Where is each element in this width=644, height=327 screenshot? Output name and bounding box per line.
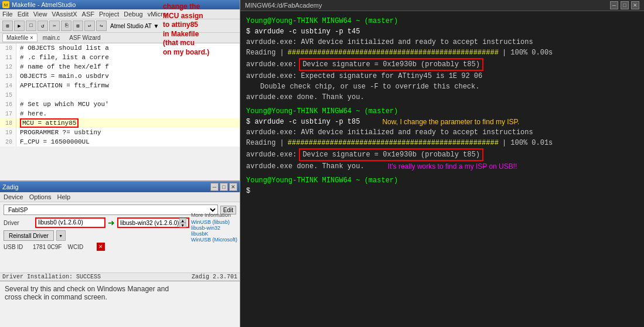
libusbk-link[interactable]: libusbK [191, 231, 237, 237]
zadig-menubar[interactable]: Device Options Help [0, 192, 240, 202]
atmel-menubar[interactable]: File Edit View VAssistX ASF Project Debu… [0, 9, 240, 19]
toolbar-btn-1[interactable]: ⊞ [2, 21, 13, 31]
toolbar-btn-4[interactable]: ↺ [38, 21, 48, 31]
usb-id-value: 1781 0C9F [33, 244, 62, 250]
code-line-16: 16 # Set up which MCU you' [0, 100, 240, 109]
toolbar-btn-5[interactable]: ✂ [49, 21, 60, 31]
menu-vassistx[interactable]: VAssistX [52, 11, 77, 18]
arrow-icon: ➜ [108, 218, 115, 227]
left-panel: M Makefile - AtmelStudio File Edit View … [0, 0, 240, 327]
spin-up[interactable]: ▲ [179, 218, 186, 223]
output-line-4: avrdude.exe: Expected signature for ATti… [246, 71, 638, 81]
driver-to-value: libusb-win32 (v1.2.6.0) [120, 220, 179, 226]
toolbar-btn-6[interactable]: ⎘ [61, 21, 71, 31]
cmd-1: $ avrdude -c usbtiny -p t45 [246, 28, 360, 36]
menu-file[interactable]: File [2, 11, 13, 18]
toolbar-btn-3[interactable]: □ [26, 21, 36, 31]
reinstall-driver-button[interactable]: Reinstall Driver [4, 230, 54, 241]
subtab-mainc[interactable]: main.c [39, 33, 64, 42]
code-line-12: 12 # name of the hex/elf f [0, 62, 240, 71]
prompt-1: Young@Young-THINK MINGW64 ~ (master) [246, 17, 398, 25]
zadig-close-btn[interactable]: ✕ [229, 183, 237, 191]
menu-device[interactable]: Device [4, 193, 23, 200]
terminal-controls: ─ □ ✕ [610, 1, 639, 9]
output-line-1: avrdude.exe: AVR device initialized and … [246, 37, 638, 47]
driver-label: Driver [4, 220, 33, 226]
prompt-2: Young@Young-THINK MINGW64 ~ (master) [246, 107, 398, 115]
wcid-x-icon[interactable]: ✕ [97, 243, 105, 251]
winusb-microsoft-link[interactable]: WinUSB (Microsoft) [191, 237, 237, 243]
code-line-10: 10 # OBJECTS should list a [0, 43, 240, 53]
driver-to-select[interactable]: libusb-win32 (v1.2.6.0) ▲ ▼ [117, 217, 189, 228]
terminal-panel: MINGW64:/d/FabAcademy ─ □ ✕ Young@Young-… [240, 0, 644, 327]
annotation-3: It's really works to find a my ISP on US… [388, 161, 517, 172]
toolbar-btn-2[interactable]: ▶ [14, 21, 25, 31]
menu-help[interactable]: Help [57, 193, 71, 200]
cmd-2: $ avrdude -c usbtiny -p t85 [246, 117, 360, 127]
prompt-line-1: Young@Young-THINK MINGW64 ~ (master) [246, 16, 638, 26]
wcid-label: WCID [67, 244, 91, 250]
usb-id-label: USB ID [4, 244, 27, 250]
subtab-asf[interactable]: ASF Wizard [65, 33, 104, 42]
menu-debug[interactable]: Debug [124, 11, 142, 18]
zadig-minimize-btn[interactable]: ─ [210, 183, 219, 191]
toolbar-selector: Atmel Studio AT ▼ [110, 23, 159, 29]
zadig-restore-btn[interactable]: □ [220, 183, 228, 191]
terminal-body: Young@Young-THINK MINGW64 ~ (master) $ a… [240, 11, 644, 327]
output-line-8: avrdude.exe: Device signature = 0x1e930b… [246, 148, 638, 161]
zadig-body: FabISP Edit Driver libusb0 (v1.2.6.0) ➜ … [0, 202, 240, 253]
menu-asf[interactable]: ASF [82, 11, 94, 18]
output-line-3: avrdude.exe: Device signature = 0x1e930b… [246, 58, 638, 71]
more-info-section: More Information WinUSB (libusb) libusb-… [191, 212, 237, 243]
usb-info-row: USB ID 1781 0C9F WCID ✕ [4, 243, 236, 251]
zadig-window: Zadig ─ □ ✕ Device Options Help FabISP E… [0, 182, 240, 281]
atmel-studio-window: M Makefile - AtmelStudio File Edit View … [0, 0, 240, 182]
atmel-title: Makefile - AtmelStudio [12, 1, 76, 8]
terminal-minimize-btn[interactable]: ─ [610, 1, 618, 9]
toolbar-btn-7[interactable]: ⊞ [73, 21, 83, 31]
cmd-line-2: $ avrdude -c usbtiny -p t85 Now, I chang… [246, 117, 638, 127]
driver-spinner[interactable]: ▲ ▼ [179, 218, 186, 227]
driver-from-select[interactable]: libusb0 (v1.2.6.0) [35, 217, 105, 228]
code-line-18: 18 MCU = attiny85 [0, 118, 240, 128]
prompt-line-2: Young@Young-THINK MINGW64 ~ (master) [246, 106, 638, 117]
cmd-line-1: $ avrdude -c usbtiny -p t45 [246, 26, 638, 37]
terminal-close-btn[interactable]: ✕ [631, 1, 639, 9]
output-line-6: avrdude.exe: AVR device initialized and … [246, 127, 638, 138]
code-line-15: 15 [0, 90, 240, 100]
winusb-libusb-link[interactable]: WinUSB (libusb) [191, 219, 237, 225]
toolbar-btn-8[interactable]: ↩ [84, 21, 95, 31]
device-dropdown[interactable]: FabISP [4, 205, 218, 215]
code-line-19: 19 PROGRAMMER ?= usbtiny [0, 128, 240, 137]
subtab-makefile[interactable]: Makefile × [2, 33, 38, 42]
reinstall-dropdown-btn[interactable]: ▼ [56, 230, 66, 241]
annotation-2: Now, I change the parameter to find my I… [382, 117, 519, 127]
driver-row: Driver libusb0 (v1.2.6.0) ➜ libusb-win32… [4, 217, 236, 228]
code-line-13: 13 OBJECTS = main.o usbdrv [0, 71, 240, 81]
atmel-toolbar: ⊞ ▶ □ ↺ ✂ ⎘ ⊞ ↩ ↪ Atmel Studio AT ▼ [0, 19, 240, 33]
toolbar-btn-9[interactable]: ↪ [96, 21, 107, 31]
code-area: 10 # OBJECTS should list a 11 # .c file,… [0, 43, 240, 147]
output-line-5: Double check chip, or use -F to override… [246, 81, 638, 92]
final-prompt-line: Young@Young-THINK MINGW64 ~ (master) [246, 175, 638, 186]
code-line-11: 11 # .c file, list a corre [0, 53, 240, 62]
code-line-17: 17 # here. [0, 109, 240, 118]
libusb-win32-link[interactable]: libusb-win32 [191, 225, 237, 231]
mcu-highlight: MCU = attiny85 [20, 118, 79, 128]
menu-options[interactable]: Options [29, 193, 52, 200]
zadig-titlebar: Zadig ─ □ ✕ [0, 182, 240, 192]
spin-down[interactable]: ▼ [179, 223, 186, 227]
driver-status: Driver Installation: SUCCESS [2, 274, 101, 280]
zadig-statusbar: Driver Installation: SUCCESS Zadig 2.3.7… [0, 272, 240, 281]
bottom-line-1: Several try this and check on Windows Ma… [5, 285, 235, 293]
terminal-titlebar: MINGW64:/d/FabAcademy ─ □ ✕ [240, 0, 644, 11]
terminal-title: MINGW64:/d/FabAcademy [245, 2, 322, 9]
menu-view[interactable]: View [33, 11, 47, 18]
zadig-window-controls: ─ □ ✕ [210, 183, 237, 191]
menu-edit[interactable]: Edit [18, 11, 29, 18]
terminal-restore-btn[interactable]: □ [621, 1, 629, 9]
menu-vmicro[interactable]: vMicro [148, 11, 166, 18]
zadig-version: Zadig 2.3.701 [192, 274, 237, 280]
done-line-2: avrdude.exe done. Thank you. It's really… [246, 161, 638, 172]
menu-project[interactable]: Project [99, 11, 119, 18]
